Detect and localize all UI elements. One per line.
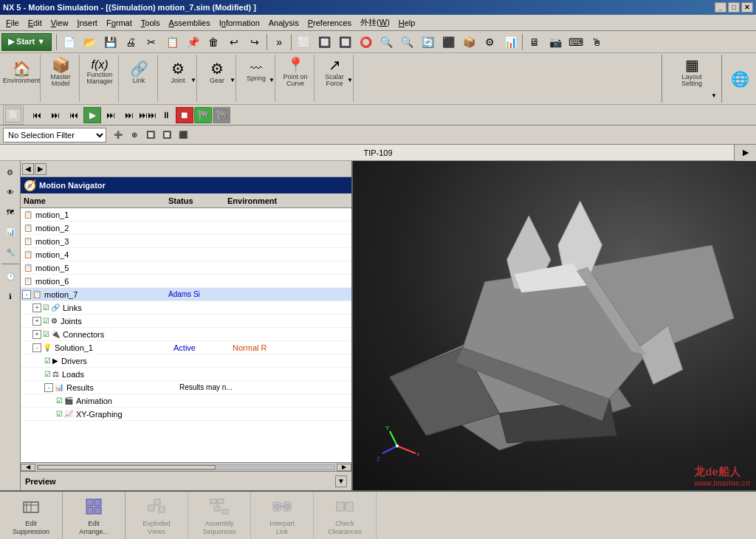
joints-expand[interactable]: + [32,317,41,326]
spring-dropdown[interactable]: ▼ [269,77,275,83]
joint-dropdown[interactable]: ▼ [190,77,196,83]
tree-item-joints[interactable]: + ☑ ⚙ Joints [21,315,351,328]
toolbar-save[interactable]: 💾 [100,32,120,52]
gear-dropdown[interactable]: ▼ [230,77,236,83]
sim-stop-btn[interactable]: ⏹ [176,107,193,123]
gear-tool[interactable]: ⚙ Gear [202,56,233,87]
nav-scroll-left[interactable]: ◀ [21,464,35,471]
tree-item-motion3[interactable]: 📋 motion_3 [21,235,351,248]
filter-btn4[interactable]: 🔲 [159,128,174,143]
tree-item-results[interactable]: - 📊 Results Results may n... [21,381,351,394]
filter-btn5[interactable]: ⬛ [176,128,190,143]
tree-item-motion6[interactable]: 📋 motion_6 [21,275,351,288]
sim-frame-btn[interactable]: ⬜ [5,108,21,123]
scalar-force-tool[interactable]: ↗ Scalar Force [319,56,350,87]
point-on-curve-tool[interactable]: 📍 Point onCurve [280,56,311,87]
minimize-button[interactable]: _ [715,2,726,13]
toolbar-view3[interactable]: 🔲 [334,32,355,52]
extra-tool[interactable]: 🌐 [726,66,753,92]
sidebar-clock-icon[interactable]: 🕐 [1,267,20,286]
tree-item-solution1[interactable]: - 💡 Solution_1 Active Normal R [21,341,351,354]
toolbar-view8[interactable]: ⬛ [438,32,458,52]
solution1-expand[interactable]: - [32,343,41,352]
tree-item-loads[interactable]: ☑ ⚖ Loads [21,368,351,381]
sim-next-btn[interactable]: ⏭ [120,107,138,123]
toolbar-extra3[interactable]: ⌨ [566,32,586,52]
toolbar-view11[interactable]: 📊 [500,32,520,52]
menu-analysis[interactable]: Analysis [264,17,303,29]
sidebar-tool-icon[interactable]: 🔧 [1,242,20,261]
close-button[interactable]: ✕ [741,2,753,13]
edit-arrangement-tool[interactable]: Edit Arrange... [63,492,126,539]
sidebar-analysis-icon[interactable]: 📊 [1,222,20,241]
menu-information[interactable]: Information [215,17,264,29]
toolbar-view6[interactable]: 🔍 [396,32,417,52]
toolbar-redo[interactable]: ↪ [244,32,265,52]
toolbar-cut[interactable]: ✂ [141,32,162,52]
tree-item-links[interactable]: + ☑ 🔗 Links [21,301,351,315]
toolbar-extra1[interactable]: 🖥 [524,32,545,52]
toolbar-undo[interactable]: ↩ [224,32,244,52]
toolbar-view7[interactable]: 🔄 [417,32,438,52]
nav-back-btn[interactable]: ◀ [22,163,34,175]
sim-play-btn[interactable]: ▶ [83,107,101,123]
toolbar-extra4[interactable]: 🖱 [586,32,607,52]
sim-step-back-btn[interactable]: ⏮ [65,107,83,123]
filter-btn2[interactable]: ⊕ [127,128,142,143]
toolbar-copy[interactable]: 📋 [162,32,182,52]
edit-suppression-tool[interactable]: Edit Suppression [0,492,63,539]
nav-scrollbar-thumb[interactable] [38,465,216,470]
toolbar-new[interactable]: 📄 [58,32,79,52]
sim-finish-btn[interactable]: 🏁 [194,107,212,123]
layout-setting-tool[interactable]: ▦ LayoutSetting [670,56,714,87]
menu-edit[interactable]: Edit [24,17,47,29]
menu-format[interactable]: Format [102,17,137,29]
toolbar-extra2[interactable]: 📷 [545,32,566,52]
sim-prev-btn[interactable]: ⏭ [47,107,64,123]
toolbar-view5[interactable]: 🔍 [376,32,396,52]
sim-flag-btn[interactable]: 🏁 [213,107,230,123]
master-model-tool[interactable]: 📦 MasterModel [45,56,76,87]
menu-tools[interactable]: Tools [137,17,165,29]
tree-item-xy-graphing[interactable]: ☑ 📈 XY-Graphing [21,408,351,421]
menu-file[interactable]: File [1,17,24,29]
tree-item-motion5[interactable]: 📋 motion_5 [21,261,351,275]
toolbar-paste[interactable]: 📌 [182,32,203,52]
nav-scroll-right[interactable]: ▶ [337,464,351,471]
menu-insert[interactable]: Insert [72,17,102,29]
links-expand[interactable]: + [32,303,41,312]
sim-fast-fwd-btn[interactable]: ⏭⏭ [139,107,157,123]
joint-tool[interactable]: ⚙ Joint [162,56,193,87]
viewport-3d[interactable]: X Y Z 龙de船人 www.imarine.cn [353,161,756,490]
tree-item-drivers[interactable]: ☑ ▶ Drivers [21,354,351,368]
tree-item-connectors[interactable]: + ☑ 🔌 Connectors [21,328,351,341]
selection-filter-dropdown[interactable]: No Selection Filter [3,128,106,143]
tree-item-motion2[interactable]: 📋 motion_2 [21,222,351,235]
toolbar-view2[interactable]: 🔲 [314,32,334,52]
preview-toggle[interactable]: ▼ [335,476,347,487]
toolbar-view1[interactable]: ⬜ [293,32,314,52]
filter-btn3[interactable]: 🔲 [143,128,158,143]
menu-external[interactable]: 外挂(W) [356,16,394,30]
toolbar-view4[interactable]: ⭕ [355,32,376,52]
toolbar-more[interactable]: » [269,32,289,52]
nav-hscrollbar[interactable]: ◀ ▶ [21,462,351,471]
nav-fwd-btn[interactable]: ▶ [35,163,47,175]
toolbar-print[interactable]: 🖨 [120,32,141,52]
tree-item-motion4[interactable]: 📋 motion_4 [21,248,351,261]
tree-item-motion1[interactable]: 📋 motion_1 [21,208,351,222]
tip-scroll[interactable]: ▶ [734,145,756,161]
toolbar-delete[interactable]: 🗑 [203,32,224,52]
tree-item-animation[interactable]: ☑ 🎬 Animation [21,394,351,408]
sidebar-view-icon[interactable]: 👁 [1,182,20,202]
sim-rewind-btn[interactable]: ⏮ [28,107,46,123]
results-expand[interactable]: - [44,383,53,392]
menu-view[interactable]: View [47,17,73,29]
layout-setting-dropdown[interactable]: ▼ [711,92,717,99]
filter-btn1[interactable]: ➕ [111,128,126,143]
menu-assemblies[interactable]: Assemblies [164,17,214,29]
toolbar-open[interactable]: 📂 [79,32,100,52]
sidebar-nav-icon[interactable]: 🗺 [1,202,20,222]
link-tool[interactable]: 🔗 Link [123,56,154,87]
connectors-expand[interactable]: + [32,330,41,339]
